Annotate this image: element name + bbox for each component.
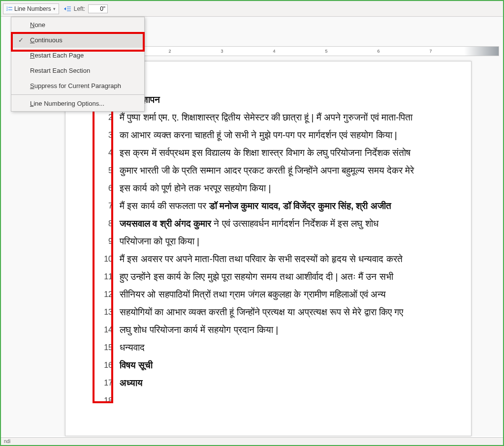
line-numbers-dropdown: None Continuous Restart Each Page Restar… — [11, 17, 145, 112]
indent-left-group: Left: — [64, 4, 108, 13]
doc-line-6: इस कार्य को पूर्ण होने तक भरपूर सहयोग कि… — [120, 179, 456, 197]
line-numbers-icon: 12 — [6, 6, 12, 12]
line-number: 15 — [96, 339, 113, 357]
toolbar: 12 Line Numbers ▾ Left: — [1, 1, 503, 17]
line-numbers-dropdown-button[interactable]: 12 Line Numbers ▾ — [3, 3, 59, 14]
doc-line-12: हुए उन्होंने इस कार्य के लिए मुझे पूरा स… — [120, 268, 456, 286]
svg-marker-4 — [64, 7, 66, 10]
line-number: 6 — [96, 179, 113, 197]
line-number: 12 — [96, 286, 113, 303]
doc-line-17: विषय सूची — [120, 357, 456, 374]
line-number: 10 — [96, 250, 113, 268]
line-number: 3 — [96, 126, 113, 144]
doc-line-11: मैं इस अवसर पर अपने माता-पिता तथा परिवार… — [120, 250, 456, 268]
doc-line-3: का आभार व्यक्त करना चाहती हूं जो सभी ने … — [120, 126, 456, 144]
doc-line-4: इस क्रम में सर्वप्रथम इस विद्यालय के शिक… — [120, 144, 456, 162]
document-body[interactable]: आभार ज्ञापन मैं पुष्पा शर्मा एम. ए. शिक्… — [120, 91, 456, 392]
svg-text:2: 2 — [6, 8, 8, 11]
doc-line-14: सहयोगियों का आभार व्यक्त करती हूं जिन्हो… — [120, 303, 456, 321]
doc-line-16: धन्यवाद — [120, 339, 456, 357]
line-number: 8 — [96, 215, 113, 233]
line-number: 13 — [96, 303, 113, 321]
status-language: ndi — [4, 439, 10, 444]
doc-line-5: कुमार भारती जी के प्रति सम्मान आदर प्रकट… — [120, 162, 456, 179]
menu-item-continuous[interactable]: Continuous — [11, 32, 144, 48]
line-number: 16 — [96, 357, 113, 374]
doc-line-9: जयसवाल व श्री अंगद कुमार ने एवं उत्साहवर… — [120, 215, 456, 233]
line-number: 5 — [96, 162, 113, 179]
doc-line-13: सीनियर ओ सहपाठियों मित्रों तथा ग्राम जंग… — [120, 286, 456, 303]
menu-item-suppress[interactable]: Suppress for Current Paragraph — [11, 78, 144, 93]
line-numbers-label: Line Numbers — [14, 5, 51, 12]
menu-item-none[interactable]: None — [11, 17, 144, 32]
line-number-gutter: 123456789101112131415161718 — [96, 91, 113, 410]
menu-item-restart-section[interactable]: Restart Each Section — [11, 63, 144, 78]
doc-line-8: मैं इस कार्य की सफलता पर डॉ मनोज कुमार य… — [120, 197, 456, 215]
line-number: 14 — [96, 321, 113, 339]
line-number: 7 — [96, 197, 113, 215]
menu-separator — [11, 94, 144, 95]
doc-line-2: मैं पुष्पा शर्मा एम. ए. शिक्षाशास्त्र द्… — [120, 109, 456, 126]
doc-line-1: आभार ज्ञापन — [120, 91, 456, 109]
status-bar: ndi — [1, 437, 503, 445]
menu-item-options[interactable]: Line Numbering Options... — [11, 96, 144, 111]
doc-line-15: लघु शोध परियोजना कार्य में सहयोग प्रदान … — [120, 321, 456, 339]
menu-item-restart-page[interactable]: Restart Each Page — [11, 48, 144, 63]
line-number: 11 — [96, 268, 113, 286]
line-number: 17 — [96, 374, 113, 392]
chevron-down-icon: ▾ — [53, 6, 56, 11]
line-number: 9 — [96, 233, 113, 250]
doc-line-18: अध्याय — [120, 374, 456, 392]
line-number: 18 — [96, 392, 113, 410]
document-page: 123456789101112131415161718 आभार ज्ञापन … — [65, 61, 472, 436]
line-number: 4 — [96, 144, 113, 162]
indent-left-input[interactable] — [88, 4, 108, 13]
left-label: Left: — [74, 5, 85, 12]
indent-left-icon — [64, 6, 71, 12]
doc-line-10: परियोजना को पूरा किया | — [120, 233, 456, 250]
